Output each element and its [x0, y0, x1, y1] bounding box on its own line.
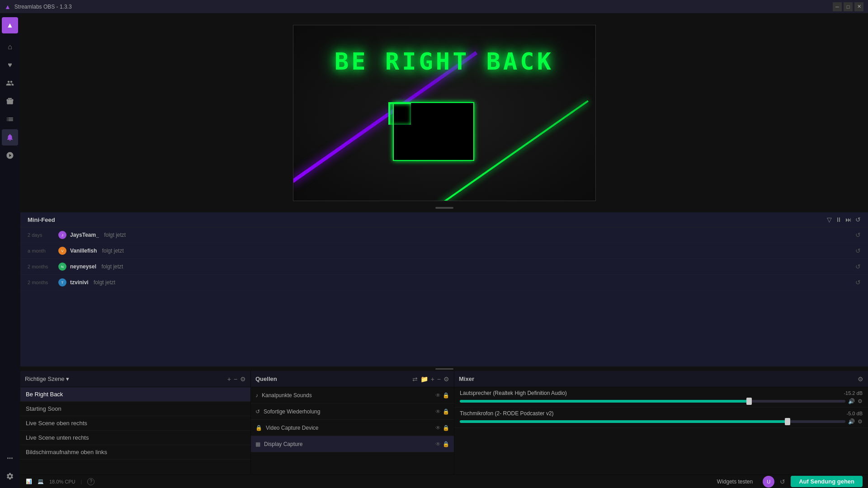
feed-user: tzvinivi	[70, 279, 89, 286]
source-lock-icon[interactable]: 🔒	[443, 392, 449, 399]
mixer-title: Mixer	[459, 375, 474, 382]
feed-replay-icon[interactable]: ↺	[855, 247, 861, 254]
mixer-channel-db: -5.0 dB	[847, 411, 863, 416]
maximize-button[interactable]: □	[844, 2, 853, 11]
titlebar: ▲ Streamlabs OBS - 1.3.3 ─ □ ✕	[0, 0, 868, 14]
scene-item-live-bottom-right[interactable]: Live Scene unten rechts	[20, 431, 250, 445]
source-visibility-icon[interactable]: 👁	[435, 408, 441, 415]
mixer-fader-fill	[460, 420, 788, 423]
source-visibility-icon[interactable]: 👁	[435, 425, 441, 431]
mixer-channel-speaker: Lautsprecher (Realtek High Definition Au…	[454, 387, 868, 408]
source-visibility-icon[interactable]: 👁	[435, 392, 441, 399]
mixer-channel-mic: Tischmikrofon (2- RODE Podcaster v2) -5.…	[454, 408, 868, 428]
feed-action: folgt jetzt	[100, 263, 123, 270]
source-label: Video Capture Device	[266, 425, 319, 431]
minimize-button[interactable]: ─	[833, 2, 842, 11]
sidebar-item-notifications[interactable]	[2, 129, 18, 145]
scenes-list: Be Right Back Starting Soon Live Scene o…	[20, 387, 250, 460]
statusbar-refresh-icon[interactable]: ↺	[780, 478, 785, 485]
mixer-fader-thumb[interactable]	[785, 418, 790, 425]
sidebar-item-home[interactable]: ⌂	[2, 39, 18, 55]
sidebar: ▲ ⌂ ♥	[0, 14, 20, 488]
preview-resize-handle[interactable]	[435, 207, 453, 209]
mixer-channel-settings-icon[interactable]: ⚙	[858, 418, 863, 425]
scenes-remove-button[interactable]: −	[234, 375, 237, 383]
scenes-settings-button[interactable]: ⚙	[240, 375, 246, 383]
mixer-channel-settings-icon[interactable]: ⚙	[858, 398, 863, 404]
mixer-channel-header: Tischmikrofon (2- RODE Podcaster v2) -5.…	[460, 410, 863, 417]
preview-corner-decoration	[388, 102, 411, 125]
mixer-settings-button[interactable]: ⚙	[858, 375, 863, 383]
feed-item: 2 months T tzvinivi folgt jetzt ↺	[20, 275, 868, 291]
sources-add-button[interactable]: +	[431, 375, 434, 383]
panel-divider[interactable]	[20, 367, 868, 371]
mixer-volume-icon[interactable]: 🔊	[848, 398, 855, 404]
mini-feed-refresh-icon[interactable]: ↺	[855, 216, 861, 223]
feed-list: 2 days J JaysTeam_ folgt jetzt ↺ a month…	[20, 227, 868, 291]
feed-replay-icon[interactable]: ↺	[855, 231, 861, 239]
mixer-volume-icon[interactable]: 🔊	[848, 418, 855, 425]
sidebar-item-users[interactable]	[2, 75, 18, 91]
sidebar-item-gift[interactable]	[2, 93, 18, 109]
sources-title: Quellen	[255, 375, 277, 382]
scene-item-live-top-right[interactable]: Live Scene oben rechts	[20, 416, 250, 431]
test-widgets-button[interactable]: Widgets testen	[712, 476, 757, 487]
sidebar-item-analytics[interactable]	[2, 111, 18, 127]
go-live-button[interactable]: Auf Sendung gehen	[791, 476, 863, 487]
preview-brb-title: BE RIGHT BACK	[293, 48, 595, 75]
mixer-channel-header: Lautsprecher (Realtek High Definition Au…	[460, 390, 863, 396]
mini-feed-pause-icon[interactable]: ⏸	[835, 216, 842, 223]
feed-time: 2 days	[28, 232, 55, 238]
statusbar-help-icon[interactable]: ?	[87, 478, 94, 485]
scene-item-screen-capture[interactable]: Bildschirmaufnahme oben links	[20, 445, 250, 460]
mixer-panel: Mixer ⚙ Lautsprecher (Realtek High Defin…	[454, 371, 868, 474]
mixer-fader-row: 🔊 ⚙	[460, 398, 863, 404]
mini-feed-skip-icon[interactable]: ⏭	[845, 216, 852, 223]
sidebar-item-more[interactable]	[2, 450, 18, 466]
feed-action: folgt jetzt	[100, 248, 123, 254]
mixer-fader-thumb[interactable]	[746, 398, 752, 405]
sidebar-item-settings-top[interactable]	[2, 147, 18, 164]
source-item-wiederholung[interactable]: ↺ Sofortige Wiederholung 👁 🔒	[251, 404, 454, 420]
feed-item: 2 days J JaysTeam_ folgt jetzt ↺	[20, 227, 868, 243]
source-lock-icon[interactable]: 🔒	[443, 425, 449, 431]
source-item-kanalpunkte[interactable]: ♪ Kanalpunkte Sounds 👁 🔒	[251, 387, 454, 404]
source-lock-icon[interactable]: 🔒	[443, 408, 449, 415]
sidebar-item-settings[interactable]	[2, 468, 18, 484]
app-icon: ▲	[5, 3, 11, 10]
source-item-display-capture[interactable]: ▦ Display Capture 👁 🔒	[251, 436, 454, 452]
feed-user: neyneysel	[70, 263, 96, 270]
scene-item-be-right-back[interactable]: Be Right Back	[20, 387, 250, 402]
source-lock-icon[interactable]: 🔒	[443, 441, 449, 447]
scenes-dropdown[interactable]: Richtige Szene ▾	[25, 375, 69, 382]
source-label: Kanalpunkte Sounds	[262, 392, 312, 399]
mixer-channel-name: Tischmikrofon (2- RODE Podcaster v2)	[460, 410, 554, 417]
feed-action: folgt jetzt	[92, 279, 115, 286]
mixer-fader[interactable]	[460, 400, 845, 403]
sidebar-brand[interactable]: ▲	[2, 17, 18, 33]
mini-feed-filter-icon[interactable]: ▽	[827, 216, 832, 223]
feed-replay-icon[interactable]: ↺	[855, 279, 861, 286]
feed-replay-icon[interactable]: ↺	[855, 263, 861, 270]
statusbar-chart-icon: 📊	[26, 479, 32, 484]
scene-label: Be Right Back	[26, 391, 63, 398]
scenes-add-button[interactable]: +	[227, 375, 231, 383]
feed-avatar: J	[58, 231, 66, 239]
source-item-video-capture[interactable]: 🔒 Video Capture Device 👁 🔒	[251, 420, 454, 436]
feed-item: a month V Vanillefish folgt jetzt ↺	[20, 243, 868, 259]
feed-time: a month	[28, 248, 55, 253]
scene-item-starting-soon[interactable]: Starting Soon	[20, 402, 250, 416]
sidebar-item-followers[interactable]: ♥	[2, 57, 18, 73]
mixer-channel-name: Lautsprecher (Realtek High Definition Au…	[460, 390, 567, 396]
source-visibility-icon[interactable]: 👁	[435, 441, 441, 447]
sources-folder-icon[interactable]: 📁	[420, 375, 428, 383]
sources-settings-button[interactable]: ⚙	[443, 375, 449, 383]
titlebar-controls: ─ □ ✕	[833, 2, 863, 11]
profile-avatar[interactable]: U	[763, 476, 774, 488]
mixer-fader[interactable]	[460, 420, 845, 423]
sources-remove-button[interactable]: −	[437, 375, 441, 383]
close-button[interactable]: ✕	[854, 2, 863, 11]
sources-transition-icon[interactable]: ⇄	[412, 375, 418, 383]
source-lock-icon: 🔒	[255, 425, 262, 431]
scene-label: Starting Soon	[26, 405, 61, 412]
